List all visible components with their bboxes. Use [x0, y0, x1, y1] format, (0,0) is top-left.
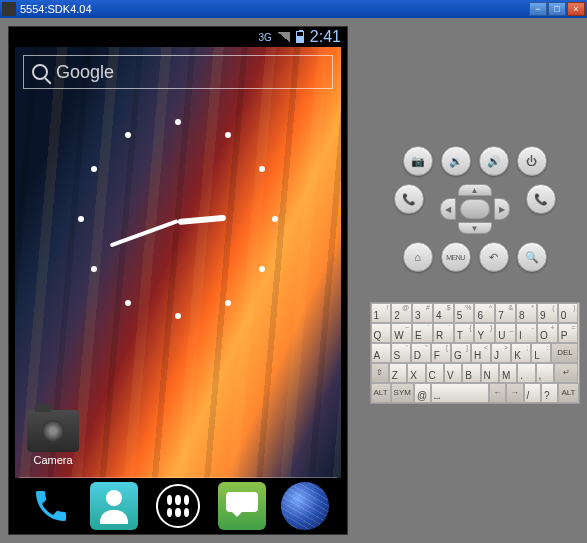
key-g[interactable]: G]: [451, 343, 471, 363]
key-z[interactable]: Z: [389, 363, 407, 383]
key-4[interactable]: 4$: [433, 303, 454, 323]
key-.[interactable]: .: [517, 363, 535, 383]
menu-button[interactable]: MENU: [441, 242, 471, 272]
key-right[interactable]: →: [506, 383, 523, 403]
key-sym[interactable]: SYM: [391, 383, 414, 403]
messaging-app-icon[interactable]: [218, 482, 266, 530]
key-i[interactable]: I-: [516, 323, 537, 343]
key-2[interactable]: 2@: [391, 303, 412, 323]
app-icon: [2, 2, 16, 16]
key-/[interactable]: /: [524, 383, 541, 403]
camera-label: Camera: [27, 454, 79, 466]
network-label: 3G: [259, 32, 272, 43]
window-title: 5554:SDK4.04: [20, 3, 529, 15]
dpad-left[interactable]: ◀: [440, 198, 456, 220]
phone-app-icon[interactable]: [27, 482, 75, 530]
key-u[interactable]: U_: [495, 323, 516, 343]
minute-hand: [110, 219, 179, 247]
key-3[interactable]: 3#: [412, 303, 433, 323]
key-⎵[interactable]: ⎵: [431, 383, 488, 403]
key-8[interactable]: 8*: [516, 303, 537, 323]
key-5[interactable]: 5%: [454, 303, 475, 323]
key-v[interactable]: V: [444, 363, 462, 383]
key-h[interactable]: H<: [471, 343, 491, 363]
search-hw-button[interactable]: 🔍: [517, 242, 547, 272]
analog-clock-widget[interactable]: [78, 119, 278, 319]
browser-app-icon[interactable]: [281, 482, 329, 530]
status-bar: 3G 2:41: [9, 27, 347, 47]
key-l[interactable]: L:: [531, 343, 551, 363]
minimize-button[interactable]: −: [529, 2, 547, 16]
app-drawer-button[interactable]: [154, 482, 202, 530]
key-↵[interactable]: ↵: [554, 363, 579, 383]
key-1[interactable]: 1!: [371, 303, 392, 323]
dpad-up[interactable]: ▲: [458, 184, 492, 196]
end-call-button[interactable]: 📞: [526, 184, 556, 214]
key-x[interactable]: X: [407, 363, 425, 383]
volume-up-button[interactable]: 🔊: [479, 146, 509, 176]
key-m[interactable]: M: [499, 363, 517, 383]
key-7[interactable]: 7&: [495, 303, 516, 323]
dpad-center[interactable]: [460, 199, 490, 219]
key-@[interactable]: @: [414, 383, 431, 403]
key-n[interactable]: N: [481, 363, 499, 383]
key-t[interactable]: T{: [454, 323, 475, 343]
search-placeholder: Google: [56, 62, 114, 83]
key-e[interactable]: E´: [412, 323, 433, 343]
volume-down-button[interactable]: 🔉: [441, 146, 471, 176]
key-y[interactable]: Y}: [474, 323, 495, 343]
key-,[interactable]: ,: [536, 363, 554, 383]
dock: [9, 478, 347, 534]
key-c[interactable]: C: [426, 363, 444, 383]
key-left[interactable]: ←: [489, 383, 506, 403]
key-alt[interactable]: ALT: [371, 383, 391, 403]
key-w[interactable]: W~: [391, 323, 412, 343]
key-r[interactable]: R`: [433, 323, 454, 343]
dpad-right[interactable]: ▶: [494, 198, 510, 220]
key-del[interactable]: DEL: [551, 343, 578, 363]
window-titlebar: 5554:SDK4.04 − □ ×: [0, 0, 587, 18]
back-button[interactable]: ↶: [479, 242, 509, 272]
google-search-bar[interactable]: Google: [23, 55, 333, 89]
call-button[interactable]: 📞: [394, 184, 424, 214]
key-k[interactable]: K;: [511, 343, 531, 363]
key-d[interactable]: D": [411, 343, 431, 363]
key-j[interactable]: J>: [491, 343, 511, 363]
emulator-screen[interactable]: 3G 2:41 Google Cam: [8, 26, 348, 535]
home-button[interactable]: ⌂: [403, 242, 433, 272]
key-a[interactable]: A: [371, 343, 391, 363]
key-o[interactable]: O+: [537, 323, 558, 343]
battery-icon: [296, 31, 304, 43]
apps-grid-icon: [156, 484, 200, 528]
search-icon: [32, 64, 48, 80]
camera-hw-button[interactable]: 📷: [403, 146, 433, 176]
contacts-app-icon[interactable]: [90, 482, 138, 530]
key-s[interactable]: S': [391, 343, 411, 363]
camera-icon: [27, 410, 79, 452]
emulator-controls: 📷 🔉 🔊 ⏻ 📞 ▲ ▼ ◀ ▶ 📞 ⌂ MENU ↶: [362, 18, 587, 543]
status-clock: 2:41: [310, 28, 341, 46]
camera-app-shortcut[interactable]: Camera: [27, 410, 79, 466]
hardware-keyboard: 1!2@3#4$5%6^7&8*9(0) QW~E´R`T{Y}U_I-O+P=…: [370, 302, 580, 404]
key-f[interactable]: F[: [431, 343, 451, 363]
dpad: ▲ ▼ ◀ ▶: [436, 184, 514, 234]
signal-icon: [278, 32, 290, 42]
key-q[interactable]: Q: [371, 323, 392, 343]
key-p[interactable]: P=: [558, 323, 579, 343]
key-alt[interactable]: ALT: [558, 383, 578, 403]
close-button[interactable]: ×: [567, 2, 585, 16]
key-b[interactable]: B: [462, 363, 480, 383]
key-⇧[interactable]: ⇧: [371, 363, 389, 383]
key-?[interactable]: ?: [541, 383, 558, 403]
power-button[interactable]: ⏻: [517, 146, 547, 176]
key-0[interactable]: 0): [558, 303, 579, 323]
key-6[interactable]: 6^: [474, 303, 495, 323]
dpad-down[interactable]: ▼: [458, 222, 492, 234]
key-9[interactable]: 9(: [537, 303, 558, 323]
home-wallpaper[interactable]: Google Camera: [15, 47, 341, 478]
maximize-button[interactable]: □: [548, 2, 566, 16]
hour-hand: [178, 215, 226, 225]
